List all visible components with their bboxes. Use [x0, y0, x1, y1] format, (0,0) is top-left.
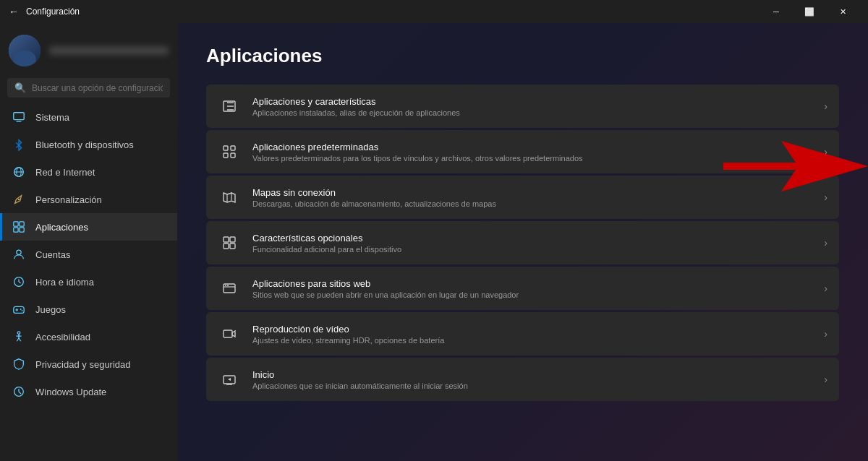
red-icon: [12, 165, 25, 178]
privacidad-icon: [12, 358, 25, 371]
sidebar-item-hora[interactable]: Hora e idioma: [0, 268, 177, 296]
svg-rect-40: [224, 237, 229, 242]
default-apps-icon: [218, 140, 241, 163]
close-button[interactable]: ✕: [826, 0, 859, 23]
web-apps-icon: [218, 277, 241, 300]
svg-rect-0: [14, 113, 24, 120]
svg-rect-10: [14, 228, 18, 232]
offline-maps-icon: [218, 186, 241, 209]
optional-features-icon: [218, 231, 241, 254]
avatar: [9, 35, 41, 66]
sidebar-item-label: Red e Internet: [35, 167, 95, 178]
svg-line-24: [17, 338, 19, 342]
sidebar-item-cuentas[interactable]: Cuentas: [0, 241, 177, 268]
settings-item-title: Reproducción de vídeo: [252, 324, 812, 335]
settings-item-title: Aplicaciones para sitios web: [252, 278, 812, 289]
sidebar-item-label: Windows Update: [35, 387, 106, 397]
sidebar-item-label: Aplicaciones: [35, 222, 88, 233]
svg-rect-11: [20, 228, 24, 232]
content-area: Aplicaciones Aplicaciones y característi…: [177, 23, 868, 461]
settings-item-text: Aplicaciones y características Aplicacio…: [252, 96, 812, 117]
settings-item-desc: Ajustes de vídeo, streaming HDR, opcione…: [252, 336, 812, 345]
svg-rect-43: [230, 244, 235, 249]
svg-point-19: [20, 309, 22, 310]
main-layout: 🔍 Sistema Bluetooth y dispositivos Red e…: [0, 23, 868, 461]
settings-item-startup[interactable]: Inicio Aplicaciones que se inician autom…: [206, 358, 839, 401]
svg-point-21: [17, 332, 20, 335]
svg-rect-8: [14, 222, 18, 226]
startup-icon: [218, 368, 241, 391]
sidebar-item-bluetooth[interactable]: Bluetooth y dispositivos: [0, 131, 177, 158]
apps-features-icon: [218, 95, 241, 118]
svg-line-15: [19, 282, 21, 283]
settings-item-desc: Aplicaciones que se inician automáticame…: [252, 382, 812, 390]
sidebar-item-sistema[interactable]: Sistema: [0, 103, 177, 131]
sidebar-nav: Sistema Bluetooth y dispositivos Red e I…: [0, 103, 177, 461]
settings-item-text: Inicio Aplicaciones que se inician autom…: [252, 369, 812, 390]
sidebar-item-red[interactable]: Red e Internet: [0, 158, 177, 186]
settings-item-desc: Valores predeterminados para los tipos d…: [252, 154, 812, 163]
sidebar-item-personalizacion[interactable]: Personalización: [0, 186, 177, 213]
sidebar: 🔍 Sistema Bluetooth y dispositivos Red e…: [0, 23, 177, 461]
settings-item-desc: Funcionalidad adicional para el disposit…: [252, 245, 812, 254]
back-button[interactable]: ←: [9, 6, 19, 17]
sidebar-item-label: Personalización: [35, 194, 102, 205]
windows-update-icon: [12, 385, 25, 398]
settings-item-apps-features[interactable]: Aplicaciones y características Aplicacio…: [206, 85, 839, 128]
window-controls: ─ ⬜ ✕: [760, 0, 859, 23]
titlebar: ← Configuración ─ ⬜ ✕: [0, 0, 868, 23]
settings-item-default-apps[interactable]: Aplicaciones predeterminadas Valores pre…: [206, 130, 839, 173]
settings-item-desc: Descargas, ubicación de almacenamiento, …: [252, 199, 812, 208]
settings-item-title: Características opcionales: [252, 233, 812, 244]
svg-rect-16: [14, 306, 24, 313]
chevron-icon: ›: [824, 283, 827, 294]
settings-item-video-playback[interactable]: Reproducción de vídeo Ajustes de vídeo, …: [206, 312, 839, 356]
sidebar-item-privacidad[interactable]: Privacidad y seguridad: [0, 350, 177, 378]
settings-item-title: Aplicaciones y características: [252, 96, 812, 107]
svg-line-25: [19, 338, 21, 342]
svg-point-46: [225, 285, 226, 286]
settings-item-text: Reproducción de vídeo Ajustes de vídeo, …: [252, 324, 812, 345]
svg-point-47: [227, 285, 229, 286]
settings-item-optional-features[interactable]: Características opcionales Funcionalidad…: [206, 221, 839, 264]
settings-item-offline-maps[interactable]: Mapas sin conexión Descargas, ubicación …: [206, 176, 839, 219]
sidebar-item-windows-update[interactable]: Windows Update: [0, 378, 177, 405]
sidebar-item-juegos[interactable]: Juegos: [0, 296, 177, 323]
settings-item-text: Aplicaciones para sitios web Sitios web …: [252, 278, 812, 299]
video-playback-icon: [218, 322, 241, 345]
minimize-button[interactable]: ─: [760, 0, 793, 23]
sidebar-item-accesibilidad[interactable]: Accesibilidad: [0, 323, 177, 350]
settings-item-title: Inicio: [252, 369, 812, 380]
svg-rect-34: [224, 146, 228, 150]
settings-item-text: Mapas sin conexión Descargas, ubicación …: [252, 187, 812, 208]
page-title: Aplicaciones: [206, 45, 839, 67]
sidebar-item-label: Cuentas: [35, 249, 70, 260]
search-bar[interactable]: 🔍: [7, 78, 170, 98]
hora-icon: [12, 275, 25, 288]
search-input[interactable]: [32, 83, 163, 93]
settings-item-web-apps[interactable]: Aplicaciones para sitios web Sitios web …: [206, 267, 839, 310]
svg-rect-35: [231, 146, 235, 150]
sidebar-item-label: Bluetooth y dispositivos: [35, 139, 134, 150]
personalizacion-icon: [12, 193, 25, 206]
svg-rect-36: [224, 153, 228, 158]
settings-item-desc: Aplicaciones instaladas, alias de ejecuc…: [252, 108, 812, 117]
settings-item-title: Mapas sin conexión: [252, 187, 812, 198]
sidebar-item-aplicaciones[interactable]: Aplicaciones: [0, 213, 177, 241]
juegos-icon: [12, 303, 25, 316]
svg-point-7: [18, 199, 20, 201]
bluetooth-icon: [12, 138, 25, 151]
accesibilidad-icon: [12, 330, 25, 343]
svg-rect-9: [20, 222, 24, 226]
username: [49, 46, 169, 55]
chevron-icon: ›: [824, 374, 827, 385]
search-icon: 🔍: [14, 82, 26, 93]
maximize-button[interactable]: ⬜: [793, 0, 826, 23]
chevron-icon: ›: [824, 146, 827, 158]
user-section: [0, 23, 177, 78]
sidebar-item-label: Hora e idioma: [35, 277, 94, 288]
cuentas-icon: [12, 248, 25, 261]
sidebar-item-label: Accesibilidad: [35, 332, 90, 342]
chevron-icon: ›: [824, 328, 827, 340]
settings-list: Aplicaciones y características Aplicacio…: [206, 85, 839, 401]
